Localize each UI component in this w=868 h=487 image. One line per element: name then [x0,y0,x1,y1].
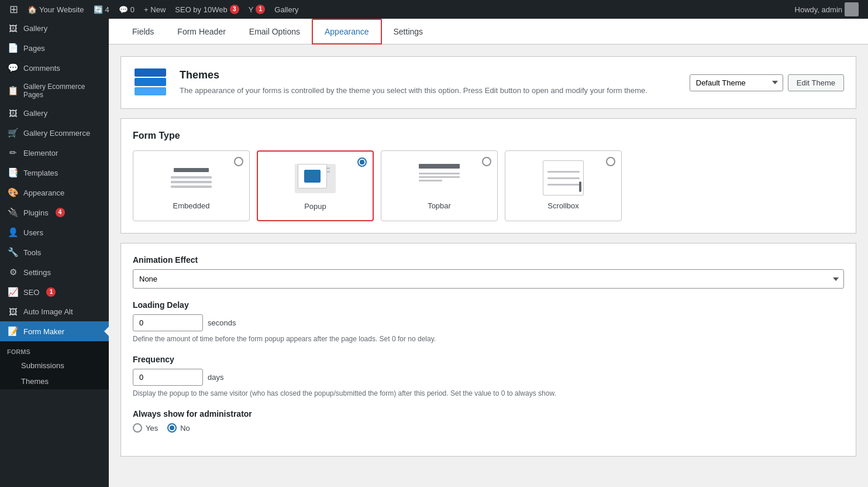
sidebar-item-tools[interactable]: 🔧 Tools [0,242,109,262]
animation-effect-select[interactable]: None [133,269,844,289]
tools-icon: 🔧 [7,247,19,258]
sidebar-item-settings[interactable]: ⚙ Settings [0,262,109,282]
sidebar-item-form-maker[interactable]: 📝 Form Maker [0,321,109,341]
form-type-popup[interactable]: Popup [257,150,374,221]
seo-item[interactable]: SEO by 10Web 3 [170,0,243,19]
loading-delay-input[interactable] [133,314,203,331]
gallery2-icon: 🖼 [7,108,19,118]
loading-delay-inline: seconds [133,314,844,331]
sidebar-item-label: Gallery Ecommerce [23,129,90,138]
always-show-yes-option[interactable]: Yes [133,423,158,433]
yoast-item[interactable]: Y 1 [244,0,270,19]
home-icon: 🏠 [27,5,37,14]
new-item[interactable]: + New [139,0,170,19]
yoast-icon: Y [249,5,254,14]
sidebar-item-label: Settings [23,268,51,277]
loading-delay-group: Loading Delay seconds Define the amount … [133,300,844,343]
sidebar-sub-themes[interactable]: Themes [0,373,109,389]
sidebar-item-appearance[interactable]: 🎨 Appearance [0,183,109,203]
scrollbox-icon [543,160,584,196]
sidebar-item-gallery-ecommerce[interactable]: 🛒 Gallery Ecommerce [0,123,109,143]
tab-fields[interactable]: Fields [120,20,166,44]
always-show-no-radio [167,423,177,433]
new-label: + New [144,5,166,14]
gallery-ecommerce-pages-icon: 📋 [7,85,19,96]
sidebar-item-users[interactable]: 👤 Users [0,222,109,242]
settings-icon: ⚙ [7,267,19,277]
themes-info: Themes The appearance of your forms is c… [180,69,678,97]
comments-count: 0 [130,5,135,14]
tab-form-header[interactable]: Form Header [166,20,237,44]
sidebar-item-label: Form Maker [23,327,64,336]
popup-icon [292,161,339,196]
always-show-yes-radio [133,423,142,433]
embedded-radio [234,157,243,166]
always-show-no-label: No [180,424,190,433]
always-show-yes-label: Yes [146,424,158,433]
sidebar-item-label: Tools [23,248,41,257]
scrollbox-label: Scrollbox [547,201,578,210]
comments-item[interactable]: 💬 0 [114,0,139,19]
stack-layer-2 [135,78,166,86]
tab-settings[interactable]: Settings [382,20,435,44]
loading-delay-unit: seconds [208,318,236,327]
sidebar-item-label: Users [23,228,43,237]
sidebar-item-plugins[interactable]: 🔌 Plugins 4 [0,203,109,222]
updates-item[interactable]: 🔄 4 [89,0,114,19]
topbar-top-bar [419,164,460,169]
comments-icon: 💬 [119,5,128,14]
sidebar-item-comments[interactable]: 💬 Comments [0,58,109,78]
loading-delay-label: Loading Delay [133,300,844,310]
greeting-text: Howdy, admin [795,5,842,14]
gallery-ecommerce-icon: 🛒 [7,128,19,138]
sidebar-item-gallery-top[interactable]: 🖼 Gallery [0,19,109,38]
sidebar-item-seo[interactable]: 📈 SEO 1 [0,282,109,302]
animation-section: Animation Effect None Loading Delay seco… [120,243,856,457]
sidebar-item-elementor[interactable]: ✏ Elementor [0,143,109,163]
embedded-label: Embedded [173,201,210,210]
themes-section: Themes The appearance of your forms is c… [120,56,856,109]
pages-icon: 📄 [7,43,19,53]
sidebar-sub-submissions[interactable]: Submissions [0,358,109,373]
avatar [845,2,859,16]
admin-bar-right: Howdy, admin [790,2,863,16]
users-icon: 👤 [7,227,19,238]
tab-appearance[interactable]: Appearance [312,19,382,44]
gallery-label: Gallery [274,5,298,14]
animation-effect-label: Animation Effect [133,255,844,265]
form-type-scrollbox[interactable]: Scrollbox [505,150,622,221]
sidebar-submenu: Forms Submissions Themes [0,341,109,389]
sidebar-item-gallery-ecommerce-pages[interactable]: 📋 Gallery Ecommerce Pages [0,78,109,104]
form-type-embedded[interactable]: Embedded [133,150,250,221]
gallery-item[interactable]: Gallery [270,0,303,19]
always-show-admin-label: Always show for administrator [133,409,844,419]
sidebar-item-gallery2[interactable]: 🖼 Gallery [0,104,109,123]
site-name-item[interactable]: 🏠 Your Website [23,0,89,19]
wp-logo-item[interactable]: ⊞ [5,0,23,19]
sidebar-item-pages[interactable]: 📄 Pages [0,38,109,58]
theme-select[interactable]: Default Theme [690,74,783,91]
sidebar-item-label: Comments [23,64,60,73]
sidebar-item-templates[interactable]: 📑 Templates [0,163,109,183]
frequency-hint: Display the popup to the same visitor (w… [133,389,844,397]
frequency-input[interactable] [133,369,203,386]
form-type-topbar[interactable]: Topbar [381,150,498,221]
loading-delay-hint: Define the amount of time before the for… [133,335,844,343]
plugins-icon: 🔌 [7,207,19,218]
topbar-icon [416,160,463,196]
edit-theme-button[interactable]: Edit Theme [788,74,844,91]
sidebar-item-auto-image-alt[interactable]: 🖼 Auto Image Alt [0,302,109,321]
tab-email-options[interactable]: Email Options [237,20,312,44]
frequency-group: Frequency days Display the popup to the … [133,355,844,397]
greeting-item[interactable]: Howdy, admin [790,2,863,16]
sidebar-item-label: Gallery [23,24,47,33]
always-show-no-option[interactable]: No [167,423,190,433]
yoast-badge: 1 [256,5,265,14]
updates-icon: 🔄 [94,5,103,14]
popup-label: Popup [304,202,326,211]
frequency-label: Frequency [133,355,844,364]
comments-icon: 💬 [7,63,19,73]
site-name: Your Website [39,5,84,14]
frequency-unit: days [208,373,223,382]
content-area: Themes The appearance of your forms is c… [109,44,868,487]
